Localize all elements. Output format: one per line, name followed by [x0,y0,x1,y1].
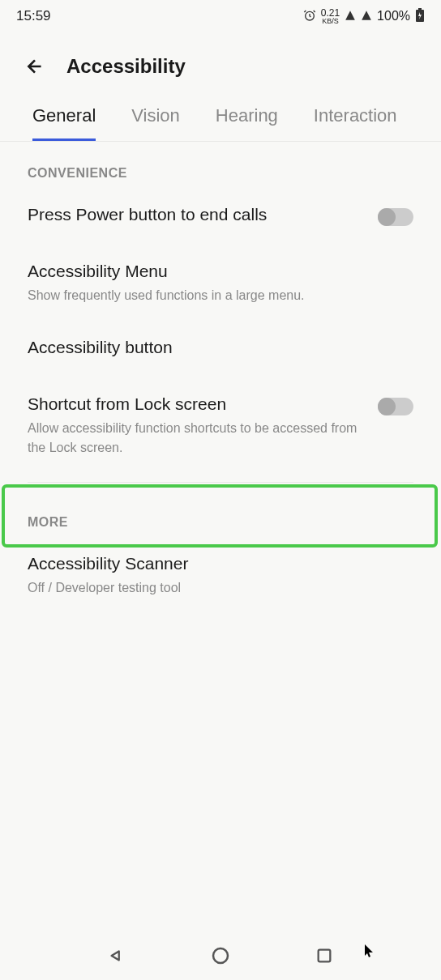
nav-back-button[interactable] [106,945,127,966]
section-divider [28,482,413,483]
tab-hearing[interactable]: Hearing [216,94,278,141]
setting-subtitle: Off / Developer testing tool [28,578,413,598]
setting-title: Accessibility Menu [28,262,413,281]
setting-title: Accessibility button [28,338,413,357]
setting-shortcut-lock-screen[interactable]: Shortcut from Lock screen Allow accessib… [0,378,441,474]
setting-power-end-calls[interactable]: Press Power button to end calls [0,189,441,245]
back-button[interactable] [24,56,45,77]
cursor-icon [365,944,376,962]
signal-icon-2 [361,10,372,23]
page-title: Accessibility [66,55,186,78]
setting-subtitle: Allow accessibility function shortcuts t… [28,419,362,458]
tab-bar: General Vision Hearing Interaction [0,94,441,142]
setting-title: Accessibility Scanner [28,554,413,573]
setting-subtitle: Show frequently used functions in a larg… [28,286,413,305]
signal-icon-1 [345,10,356,23]
setting-accessibility-menu[interactable]: Accessibility Menu Show frequently used … [0,245,441,322]
toggle-power-end-calls[interactable] [378,208,413,226]
section-header-convenience: CONVENIENCE [0,142,441,189]
setting-accessibility-button[interactable]: Accessibility button [0,322,441,378]
data-speed: 0.21 KB/S [321,8,340,25]
status-bar: 15:59 0.21 KB/S 100% [0,0,441,32]
tab-vision[interactable]: Vision [131,94,180,141]
tab-interaction[interactable]: Interaction [314,94,397,141]
setting-title: Press Power button to end calls [28,205,362,224]
tab-general[interactable]: General [32,94,96,141]
app-header: Accessibility [0,32,441,94]
svg-rect-4 [319,950,331,962]
status-indicators: 0.21 KB/S 100% [303,8,425,25]
toggle-shortcut-lock-screen[interactable] [378,398,413,415]
nav-recent-button[interactable] [314,945,335,966]
alarm-icon [303,9,316,24]
svg-point-3 [213,948,228,963]
svg-rect-2 [418,8,422,10]
nav-home-button[interactable] [210,945,231,966]
section-header-more: MORE [0,491,441,538]
battery-percent: 100% [377,9,410,23]
setting-title: Shortcut from Lock screen [28,394,362,414]
setting-accessibility-scanner[interactable]: Accessibility Scanner Off / Developer te… [0,538,441,614]
battery-icon [415,8,425,25]
status-time: 15:59 [16,8,51,24]
